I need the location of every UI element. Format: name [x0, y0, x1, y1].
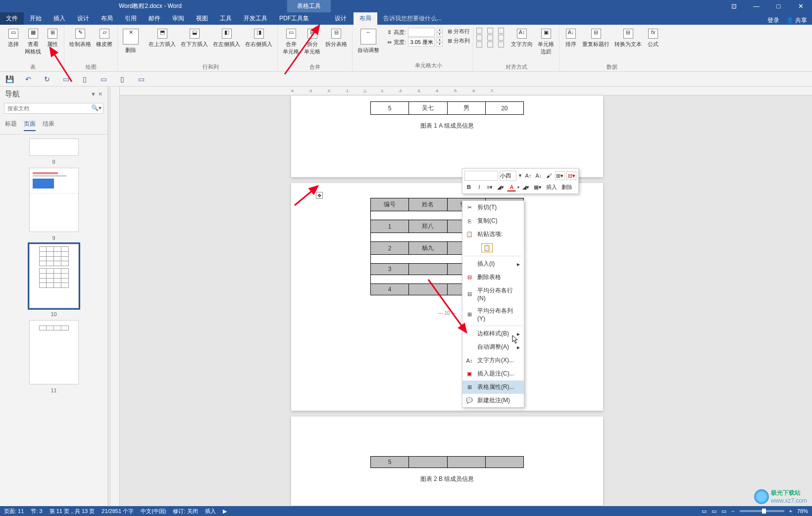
align-icon[interactable]: ≡▾: [485, 183, 494, 191]
save-icon[interactable]: 💾: [5, 75, 14, 84]
redo-icon[interactable]: ↻: [43, 75, 51, 84]
table-c[interactable]: 5: [370, 456, 524, 468]
vertical-ruler[interactable]: [111, 87, 120, 506]
cm-text-direction[interactable]: A↕文字方向(X)...: [462, 354, 524, 367]
cm-cut[interactable]: ✂剪切(T): [462, 201, 524, 214]
alignment-grid[interactable]: [476, 28, 508, 47]
height-input[interactable]: [408, 28, 435, 37]
insert-menu[interactable]: 插入: [545, 183, 558, 191]
font-select[interactable]: [464, 171, 498, 181]
share-button[interactable]: 👤 共享: [786, 16, 807, 25]
nav-tab-results[interactable]: 结果: [43, 120, 54, 131]
close-button[interactable]: ✕: [790, 0, 812, 12]
select-button[interactable]: ▭选择: [5, 28, 22, 62]
qat-icon-1[interactable]: ▭: [61, 75, 70, 84]
horizontal-ruler[interactable]: .4..3..2..1.△.1..2..3..4..5..6..7.: [120, 87, 812, 95]
zoom-out-icon[interactable]: −: [731, 508, 734, 514]
insert-table-icon[interactable]: ⊞▾: [555, 171, 565, 180]
repeat-header-button[interactable]: ⊟重复标题行: [580, 28, 611, 62]
tab-pdfkit[interactable]: PDF工具集: [273, 12, 315, 25]
cm-table-properties[interactable]: ⊞表格属性(R)...: [462, 380, 524, 394]
search-input[interactable]: [4, 103, 103, 114]
cm-distribute-rows[interactable]: ⊟平均分布各行(N): [462, 284, 524, 304]
font-color-icon[interactable]: A: [507, 183, 516, 191]
login-link[interactable]: 登录: [767, 16, 779, 25]
view-print-icon[interactable]: ▭: [711, 508, 716, 515]
page-thumbnail[interactable]: [29, 244, 79, 308]
convert-text-button[interactable]: ⊟转换为文本: [612, 28, 644, 62]
distribute-rows-button[interactable]: ⊞ 分布行: [448, 28, 470, 35]
nav-tab-headings[interactable]: 标题: [5, 120, 17, 131]
tell-me-search[interactable]: 告诉我您想要做什么...: [377, 12, 448, 25]
tab-view[interactable]: 视图: [190, 12, 214, 25]
tab-design[interactable]: 设计: [71, 12, 95, 25]
font-size-select[interactable]: [500, 171, 516, 181]
status-insert-mode[interactable]: 插入: [205, 508, 216, 515]
cm-new-comment[interactable]: 💬新建批注(M): [462, 394, 524, 407]
insert-left-button[interactable]: ◧在左侧插入: [211, 28, 242, 62]
split-table-button[interactable]: ⊟拆分表格: [323, 28, 349, 62]
insert-right-button[interactable]: ◨在右侧插入: [243, 28, 274, 62]
formula-button[interactable]: fx公式: [645, 28, 661, 62]
insert-above-button[interactable]: ⬒在上方插入: [147, 28, 178, 62]
tab-review[interactable]: 审阅: [166, 12, 190, 25]
page-thumbnail[interactable]: [29, 139, 79, 156]
italic-icon[interactable]: I: [475, 183, 484, 191]
height-spinner[interactable]: ▲▼: [437, 28, 443, 37]
cm-insert-caption[interactable]: ▣插入题注(C)...: [462, 367, 524, 380]
undo-icon[interactable]: ↶: [24, 75, 33, 84]
nav-close-icon[interactable]: ✕: [98, 91, 102, 97]
ribbon-options-button[interactable]: ⊡: [723, 0, 745, 12]
split-cells-button[interactable]: ⊟拆分 单元格: [302, 28, 322, 62]
highlight-icon[interactable]: ◢▾: [521, 183, 531, 191]
tab-file[interactable]: 文件: [0, 12, 24, 25]
status-track-changes[interactable]: 修订: 关闭: [173, 508, 198, 515]
tab-references[interactable]: 引用: [119, 12, 143, 25]
tab-developer[interactable]: 开发工具: [238, 12, 273, 25]
status-language[interactable]: 中文(中国): [141, 508, 166, 515]
cm-paste-default[interactable]: 📋: [462, 241, 524, 255]
status-macro-icon[interactable]: ▶: [223, 508, 227, 515]
cm-copy[interactable]: ⎘复制(C): [462, 214, 524, 228]
view-read-icon[interactable]: ▭: [702, 508, 707, 515]
nav-dropdown-icon[interactable]: ▼: [91, 91, 96, 97]
delete-menu[interactable]: 删除: [560, 183, 574, 191]
status-page-of[interactable]: 第 11 页，共 13 页: [50, 508, 95, 515]
qat-icon-3[interactable]: ▭: [99, 75, 108, 84]
distribute-cols-button[interactable]: ⊞ 分布列: [448, 37, 470, 45]
eraser-button[interactable]: ▱橡皮擦: [94, 28, 114, 62]
qat-icon-2[interactable]: ▯: [80, 75, 89, 84]
merge-cells-button[interactable]: ▭合并 单元格: [281, 28, 301, 62]
delete-button[interactable]: ✕删除: [121, 28, 141, 62]
tab-layout[interactable]: 布局: [95, 12, 119, 25]
tab-home[interactable]: 开始: [24, 12, 48, 25]
zoom-value[interactable]: 78%: [797, 508, 808, 514]
cm-insert[interactable]: 插入(I)▸: [462, 257, 524, 271]
maximize-button[interactable]: □: [767, 0, 790, 12]
tab-mailings[interactable]: 邮件: [143, 12, 166, 25]
status-word-count[interactable]: 21/2851 个字: [102, 508, 134, 515]
page-thumbnail[interactable]: [29, 320, 79, 384]
cm-distribute-cols[interactable]: ⊞平均分布各列(Y): [462, 304, 524, 325]
insert-below-button[interactable]: ⬓在下方插入: [179, 28, 210, 62]
width-spinner[interactable]: ▲▼: [437, 38, 443, 47]
style-icon[interactable]: ◢▾: [496, 183, 506, 191]
width-input[interactable]: [408, 38, 435, 47]
page-thumbnail[interactable]: [29, 168, 79, 232]
qat-icon-5[interactable]: ▭: [137, 75, 146, 84]
tab-table-design[interactable]: 设计: [328, 12, 354, 25]
zoom-slider[interactable]: [740, 510, 784, 512]
tab-table-layout[interactable]: 布局: [354, 12, 377, 25]
cell-margins-button[interactable]: ▣单元格 边距: [536, 28, 556, 62]
status-page[interactable]: 页面: 11: [4, 508, 24, 515]
search-icon[interactable]: 🔍▾: [91, 104, 102, 111]
delete-table-icon[interactable]: ⊟▾: [566, 171, 576, 180]
table-a[interactable]: 5吴七男20: [370, 101, 524, 115]
zoom-in-icon[interactable]: +: [789, 508, 792, 514]
table-move-handle[interactable]: ✥: [316, 192, 323, 199]
shrink-font-icon[interactable]: A↓: [534, 171, 543, 180]
text-direction-button[interactable]: A↕文字方向: [509, 28, 535, 62]
document-area[interactable]: .4..3..2..1.△.1..2..3..4..5..6..7. 5吴七男2…: [108, 87, 812, 506]
draw-table-button[interactable]: ✎绘制表格: [67, 28, 93, 62]
bold-icon[interactable]: B: [464, 183, 473, 191]
